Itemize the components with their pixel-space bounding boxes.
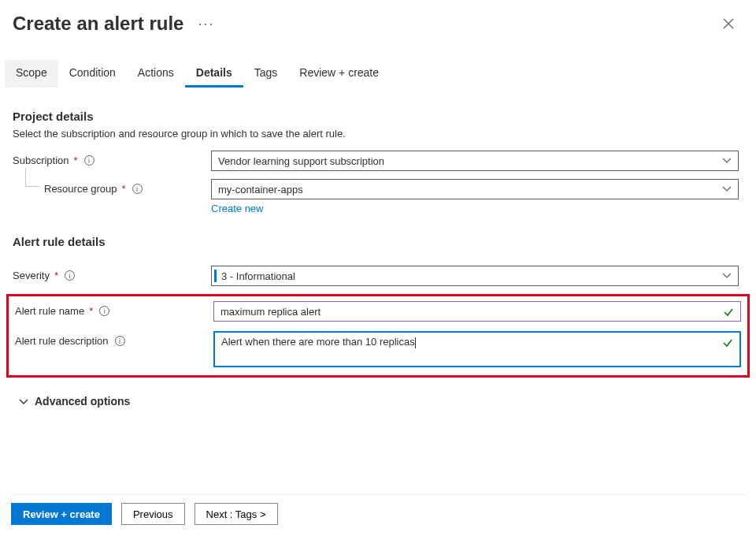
more-actions-icon[interactable]: ···	[198, 17, 214, 31]
subscription-value: Vendor learning support subscription	[218, 155, 384, 167]
tab-actions[interactable]: Actions	[127, 60, 185, 87]
subscription-select[interactable]: Vendor learning support subscription	[211, 151, 739, 171]
alert-rule-desc-input[interactable]: Alert when there are more than 10 replic…	[213, 331, 741, 367]
info-icon[interactable]: i	[65, 270, 75, 281]
chevron-down-icon	[722, 273, 732, 279]
project-details-desc: Select the subscription and resource gro…	[13, 128, 743, 140]
tab-details[interactable]: Details	[185, 60, 243, 87]
close-icon[interactable]	[720, 15, 737, 32]
tab-review[interactable]: Review + create	[288, 60, 390, 87]
alert-rule-desc-value: Alert when there are more than 10 replic…	[221, 336, 416, 348]
alert-rule-desc-label: Alert rule description	[15, 335, 109, 347]
highlighted-region: Alert rule name * i maximum replica aler…	[6, 294, 750, 378]
previous-button[interactable]: Previous	[121, 503, 185, 525]
alert-rule-name-label: Alert rule name	[15, 305, 84, 317]
resource-group-select[interactable]: my-container-apps	[211, 179, 739, 199]
page-title: Create an alert rule	[13, 13, 183, 35]
chevron-down-icon	[722, 186, 732, 192]
create-new-link[interactable]: Create new	[211, 203, 263, 214]
subscription-label: Subscription	[13, 154, 69, 166]
chevron-down-icon	[19, 395, 28, 408]
alert-rule-name-value: maximum replica alert	[220, 306, 321, 318]
project-details-heading: Project details	[13, 110, 743, 123]
required-icon: *	[89, 305, 93, 317]
checkmark-icon	[722, 337, 733, 348]
tab-bar: Scope Condition Actions Details Tags Rev…	[0, 41, 756, 87]
footer-bar: Review + create Previous Next : Tags >	[11, 494, 745, 525]
advanced-options-toggle[interactable]: Advanced options	[19, 395, 743, 408]
tab-scope[interactable]: Scope	[5, 60, 58, 87]
severity-label: Severity	[13, 270, 50, 281]
resource-group-label: Resource group	[44, 183, 117, 195]
checkmark-icon	[723, 307, 734, 318]
severity-value: 3 - Informational	[221, 270, 295, 282]
next-tags-button[interactable]: Next : Tags >	[195, 503, 278, 525]
tree-connector	[25, 168, 39, 187]
review-create-button[interactable]: Review + create	[11, 503, 112, 525]
tab-condition[interactable]: Condition	[58, 60, 127, 87]
required-icon: *	[54, 270, 58, 281]
info-icon[interactable]: i	[115, 336, 125, 346]
alert-rule-details-heading: Alert rule details	[13, 235, 743, 248]
advanced-options-label: Advanced options	[35, 395, 130, 408]
info-icon[interactable]: i	[84, 155, 94, 166]
alert-rule-name-input[interactable]: maximum replica alert	[213, 301, 741, 322]
resource-group-value: my-container-apps	[218, 184, 303, 195]
tab-tags[interactable]: Tags	[243, 60, 289, 87]
severity-select[interactable]: 3 - Informational	[211, 266, 739, 286]
chevron-down-icon	[722, 158, 732, 164]
info-icon[interactable]: i	[99, 306, 109, 316]
required-icon: *	[122, 183, 126, 195]
info-icon[interactable]: i	[132, 184, 143, 194]
required-icon: *	[74, 154, 78, 166]
